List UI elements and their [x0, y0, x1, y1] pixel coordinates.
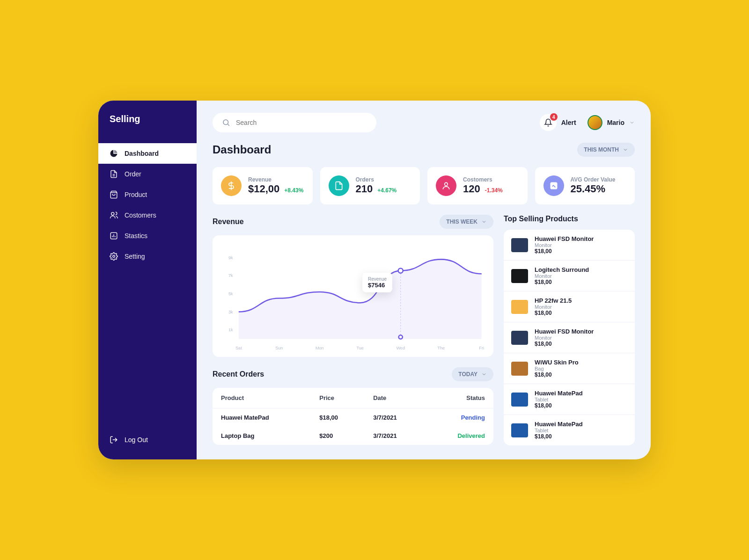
range-selector-week[interactable]: THIS WEEK	[440, 215, 493, 229]
table-body: Huawei MatePad $18,00 3/7/2021 PendingLa…	[213, 408, 493, 445]
product-name: HP 22fw 21.5	[535, 297, 627, 304]
orders-head: Recent Orders TODAY	[213, 367, 493, 381]
product-price: $18,00	[535, 310, 627, 316]
gear-icon	[110, 252, 118, 261]
range-label: THIS MONTH	[584, 146, 619, 153]
product-item[interactable]: HP 22fw 21.5 Monitor $18,00	[504, 291, 635, 322]
sidebar-item-product[interactable]: Product	[98, 184, 197, 205]
sidebar-item-dashboard[interactable]: Dashboard	[98, 143, 197, 164]
products-head: Top Selling Products	[504, 215, 635, 223]
orders-table-box: ProductPriceDateStatus Huawei MatePad $1…	[213, 388, 493, 445]
product-thumb	[511, 393, 528, 407]
chevron-down-icon	[623, 147, 628, 153]
pie-chart-icon	[110, 149, 118, 158]
svg-text:9k: 9k	[228, 255, 233, 260]
table-row[interactable]: Laptop Bag $200 3/7/2021 Delivered	[213, 427, 493, 445]
product-name: WiWU Skin Pro	[535, 359, 627, 366]
avatar	[587, 115, 602, 130]
range-selector-today[interactable]: TODAY	[452, 367, 493, 381]
chart-bar-icon	[110, 232, 118, 240]
table-header: Status	[426, 388, 493, 408]
product-item[interactable]: WiWU Skin Pro Bag $18,00	[504, 353, 635, 384]
product-thumb	[511, 362, 528, 376]
revenue-title: Revenue	[213, 218, 244, 226]
alert-button[interactable]: 4 Alert	[540, 114, 576, 131]
logout-icon	[110, 436, 118, 444]
bag-icon	[110, 190, 118, 199]
stat-value: 210	[356, 183, 373, 195]
stat-delta: -1.34%	[485, 187, 503, 194]
product-price: $18,00	[535, 248, 627, 255]
svg-point-20	[399, 335, 403, 339]
sidebar-item-order[interactable]: Order	[98, 164, 197, 184]
chart-tooltip: Revenue $7546	[362, 273, 392, 292]
product-item[interactable]: Huawei FSD Monitor Monitor $18,00	[504, 230, 635, 261]
product-item[interactable]: Huawei FSD Monitor Monitor $18,00	[504, 322, 635, 353]
product-name: Huawei FSD Monitor	[535, 235, 627, 242]
search-input[interactable]	[236, 119, 367, 126]
revenue-chart: 1k3k5k7k9kSatSunMonTueWedTheFri Revenue …	[213, 235, 493, 357]
alert-badge: 4	[550, 113, 558, 121]
table-header: Product	[213, 388, 311, 408]
stat-card: Revenue $12,00 +8.43%	[213, 167, 313, 204]
right-column: Top Selling Products Huawei FSD Monitor …	[504, 215, 635, 445]
product-item[interactable]: Huawei MatePad Tablet $18,00	[504, 415, 635, 445]
product-category: Bag	[535, 366, 627, 371]
brand: Selling	[98, 114, 197, 143]
stat-delta: +4.67%	[377, 187, 397, 194]
chevron-down-icon	[481, 219, 487, 225]
svg-point-19	[398, 269, 403, 273]
sidebar-item-setting[interactable]: Setting	[98, 246, 197, 267]
svg-text:The: The	[437, 346, 445, 350]
product-thumb	[511, 331, 528, 345]
cell-price: $200	[311, 427, 365, 445]
svg-text:Wed: Wed	[396, 346, 405, 350]
app-window: Selling Dashboard Order Product Costomer…	[98, 101, 651, 459]
svg-text:5k: 5k	[228, 291, 233, 296]
cell-product: Huawei MatePad	[213, 408, 311, 427]
product-name: Huawei MatePad	[535, 421, 627, 428]
product-name: Logitech Surround	[535, 266, 627, 273]
sidebar-item-label: Product	[125, 191, 147, 198]
chart-icon	[543, 175, 564, 196]
stat-label: Orders	[356, 176, 412, 183]
product-item[interactable]: Huawei MatePad Tablet $18,00	[504, 384, 635, 415]
product-item[interactable]: Logitech Surround Monitor $18,00	[504, 261, 635, 291]
content-grid: Revenue THIS WEEK 1k3k5k7k9kSatSunMonTue…	[213, 215, 635, 445]
product-name: Huawei MatePad	[535, 390, 627, 397]
tooltip-label: Revenue	[368, 276, 387, 282]
sidebar-item-statistics[interactable]: Stastics	[98, 225, 197, 246]
cell-status: Pending	[426, 408, 493, 427]
sidebar-item-customers[interactable]: Costomers	[98, 205, 197, 225]
product-thumb	[511, 269, 528, 283]
stat-label: Costomers	[463, 176, 519, 183]
orders-table: ProductPriceDateStatus Huawei MatePad $1…	[213, 388, 493, 445]
sidebar-item-label: Order	[125, 170, 141, 178]
file-icon	[329, 175, 349, 196]
range-selector-month[interactable]: THIS MONTH	[577, 143, 635, 157]
product-price: $18,00	[535, 402, 627, 409]
svg-text:Fri: Fri	[479, 346, 484, 350]
svg-text:Sun: Sun	[275, 346, 283, 350]
topbar: 4 Alert Mario	[213, 113, 635, 132]
product-category: Monitor	[535, 242, 627, 248]
stat-value: 25.45%	[571, 183, 606, 195]
products-title: Top Selling Products	[504, 215, 578, 223]
svg-text:Tue: Tue	[357, 346, 364, 350]
product-price: $18,00	[535, 433, 627, 440]
stat-value: $12,00	[248, 183, 279, 195]
stat-value: 120	[463, 183, 480, 195]
table-header: Date	[365, 388, 426, 408]
logout-button[interactable]: Log Out	[98, 429, 197, 450]
table-row[interactable]: Huawei MatePad $18,00 3/7/2021 Pending	[213, 408, 493, 427]
product-category: Monitor	[535, 273, 627, 279]
user-menu[interactable]: Mario	[587, 115, 635, 130]
svg-text:3k: 3k	[228, 310, 233, 314]
search-box[interactable]	[213, 113, 376, 132]
svg-text:Mon: Mon	[316, 346, 324, 350]
product-category: Monitor	[535, 304, 627, 310]
revenue-head: Revenue THIS WEEK	[213, 215, 493, 229]
product-thumb	[511, 423, 528, 437]
cell-date: 3/7/2021	[365, 427, 426, 445]
product-thumb	[511, 238, 528, 252]
